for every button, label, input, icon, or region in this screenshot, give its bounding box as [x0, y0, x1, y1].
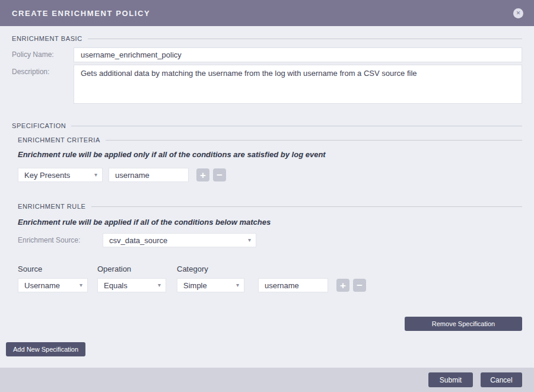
divider-line [88, 39, 522, 39]
section-enrichment-rule: ENRICHMENT RULE [18, 202, 522, 211]
criteria-remove-condition-button[interactable]: − [213, 168, 226, 181]
section-enrichment-criteria: ENRICHMENT CRITERIA [18, 136, 522, 144]
column-header-source: Source [18, 264, 97, 273]
rule-condition-row: Username ▾ Equals ▾ Simple ▾ + − [18, 278, 522, 292]
chevron-down-icon: ▾ [80, 282, 82, 288]
submit-button[interactable]: Submit [428, 372, 473, 387]
minus-icon: − [217, 170, 223, 180]
dialog-body: ENRICHMENT BASIC Policy Name: Descriptio… [0, 26, 534, 356]
section-title-specification: SPECIFICATION [12, 122, 66, 129]
chevron-down-icon: ▾ [158, 282, 161, 288]
chevron-down-icon: ▾ [236, 282, 239, 288]
criteria-instruction: Enrichment rule will be applied only if … [18, 150, 522, 160]
cancel-button[interactable]: Cancel [481, 372, 522, 387]
policy-name-input[interactable] [74, 47, 522, 62]
rule-category-selected-value: Simple [183, 281, 207, 290]
description-textarea[interactable]: Gets additional data by matching the use… [74, 65, 522, 104]
description-row: Description: Gets additional data by mat… [12, 65, 522, 104]
dialog-header: CREATE ENRICHMENT POLICY ✕ [0, 0, 534, 26]
add-new-specification-button[interactable]: Add New Specification [6, 342, 85, 356]
remove-specification-row: Remove Specification [18, 317, 522, 331]
criteria-type-selected-value: Key Presents [24, 171, 70, 180]
create-enrichment-policy-dialog: CREATE ENRICHMENT POLICY ✕ ENRICHMENT BA… [0, 0, 534, 392]
divider-line [91, 206, 522, 207]
rule-source-select[interactable]: Username ▾ [18, 278, 88, 292]
policy-name-label: Policy Name: [12, 47, 74, 62]
description-label: Description: [12, 65, 74, 104]
add-specification-row: Add New Specification [12, 342, 522, 356]
section-enrichment-basic: ENRICHMENT BASIC [12, 34, 522, 43]
rule-category-select[interactable]: Simple ▾ [177, 278, 244, 292]
chevron-down-icon: ▾ [248, 237, 251, 243]
specification-block: ENRICHMENT CRITERIA Enrichment rule will… [18, 136, 522, 331]
close-icon[interactable]: ✕ [513, 8, 523, 18]
rule-column-headers: Source Operation Category [18, 264, 522, 273]
column-header-operation: Operation [97, 264, 177, 273]
divider-line [106, 140, 522, 141]
rule-source-selected-value: Username [24, 281, 60, 290]
enrichment-source-select[interactable]: csv_data_source ▾ [103, 233, 256, 247]
policy-name-row: Policy Name: [12, 47, 522, 62]
criteria-add-condition-button[interactable]: + [196, 168, 209, 181]
criteria-condition-row: Key Presents ▾ + − [18, 168, 522, 182]
enrichment-source-label: Enrichment Source: [18, 236, 103, 244]
dialog-footer: Submit Cancel [0, 368, 534, 392]
divider-line [71, 126, 522, 126]
remove-specification-button[interactable]: Remove Specification [405, 317, 522, 331]
chevron-down-icon: ▾ [94, 172, 97, 178]
dialog-title: CREATE ENRICHMENT POLICY [12, 9, 150, 18]
plus-icon: + [200, 170, 206, 180]
section-title-enrichment-basic: ENRICHMENT BASIC [12, 35, 82, 42]
rule-add-condition-button[interactable]: + [336, 279, 349, 292]
enrichment-source-selected-value: csv_data_source [109, 236, 167, 245]
section-title-enrichment-rule: ENRICHMENT RULE [18, 203, 86, 210]
column-header-category: Category [177, 264, 208, 273]
rule-value-input[interactable] [258, 278, 328, 292]
plus-icon: + [340, 281, 346, 291]
rule-remove-condition-button[interactable]: − [353, 279, 366, 292]
rule-instruction: Enrichment rule will be applied if all o… [18, 218, 522, 227]
minus-icon: − [357, 281, 363, 291]
section-title-enrichment-criteria: ENRICHMENT CRITERIA [18, 136, 100, 144]
rule-operation-selected-value: Equals [104, 281, 128, 290]
criteria-type-select[interactable]: Key Presents ▾ [18, 168, 103, 182]
criteria-key-input[interactable] [109, 168, 189, 182]
rule-operation-select[interactable]: Equals ▾ [97, 278, 166, 292]
section-specification: SPECIFICATION [12, 122, 522, 130]
enrichment-source-row: Enrichment Source: csv_data_source ▾ [18, 233, 522, 247]
